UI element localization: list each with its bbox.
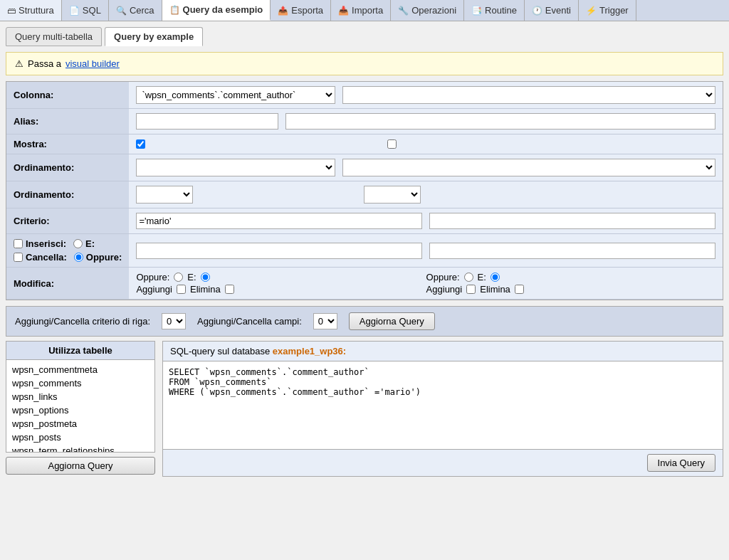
tab-esporta[interactable]: 📤 Esporta [271,0,331,21]
list-item[interactable]: wpsn_options [9,403,152,417]
mostra-checkbox-1[interactable] [136,139,145,149]
criterio-input-1[interactable] [136,213,422,229]
mostra-label: Mostra: [6,134,129,154]
operazioni-icon: 🔧 [398,6,409,16]
oppure-radio-2[interactable] [464,273,473,282]
update-query-button[interactable]: Aggiorna Query [349,312,435,330]
list-item[interactable]: wpsn_comments [9,376,152,390]
e-radio[interactable] [73,239,83,248]
inserisci-checkbox[interactable] [14,239,23,248]
mostra-checkbox-2[interactable] [387,139,397,149]
tab-sql[interactable]: 📄 SQL [62,0,109,21]
routine-icon: 📑 [471,6,482,16]
cerca-icon: 🔍 [116,6,127,16]
sql-textarea[interactable] [163,361,723,447]
top-navigation: 🗃 Struttura 📄 SQL 🔍 Cerca 📋 Query da ese… [0,0,729,21]
ordinamento1-select-2[interactable] [342,159,715,176]
cancella-label: Cancella: [14,252,67,263]
cancella-checkbox[interactable] [14,253,23,262]
alias-input-1[interactable] [136,113,278,130]
ordinamento1-select-1[interactable] [136,159,335,176]
e-radio-2[interactable] [491,273,500,282]
subtab-example[interactable]: Query by example [105,27,203,46]
elimina-check-2[interactable] [515,285,524,294]
mostra-row: Mostra: [6,134,723,154]
list-item[interactable]: wpsn_links [9,390,152,403]
tables-panel-title: Utilizza tabelle [6,341,155,360]
modifica-row: Modifica: Oppure: E: Aggiungi Eli [6,268,723,300]
update-query-tables-button[interactable]: Aggiorna Query [6,457,155,475]
tab-query[interactable]: 📋 Query da esempio [162,0,271,21]
eventi-icon: 🕐 [532,6,542,16]
sql-header-prefix: SQL-query sul database [170,346,270,356]
list-item[interactable]: wpsn_posts [9,430,152,444]
aggiungi-label2: Aggiungi [426,284,463,295]
ins-input-1[interactable] [136,243,422,259]
trigger-icon: ⚡ [586,6,597,16]
tab-struttura[interactable]: 🗃 Struttura [0,0,62,21]
oppure-label: Oppure: [74,252,122,263]
inserisci-label: Inserisci: [14,238,66,249]
query-icon: 📋 [169,5,180,15]
ordinamento2-label: Ordinamento: [6,181,129,208]
row-count-select[interactable]: 0 [162,313,186,329]
ordinamento2-select-1[interactable] [136,186,193,204]
elimina-label2: Elimina [480,284,510,295]
add-cancel-fields-label: Aggiungi/Cancella campi: [197,316,302,327]
ins-del-row: Inserisci: E: Cancella: [6,234,723,268]
sub-tab-bar: Query multi-tabella Query by example [0,21,729,46]
sql-db-name: example1_wp36: [273,346,346,356]
warning-text: Passa a [28,58,61,69]
lower-area: Utilizza tabelle wpsn_commentmeta wpsn_c… [6,341,723,477]
esporta-icon: 📤 [278,6,288,16]
visual-builder-link[interactable]: visual builder [65,58,120,69]
tab-importa[interactable]: 📥 Importa [331,0,391,21]
list-item[interactable]: wpsn_term_relationships [9,444,152,453]
aggiungi-label1: Aggiungi [136,284,172,295]
ordinamento1-label: Ordinamento: [6,154,129,181]
elimina-check-1[interactable] [225,285,234,294]
e-label2: E: [478,272,486,282]
send-query-button[interactable]: Invia Query [647,454,715,472]
criterio-input-2[interactable] [429,213,715,229]
list-item[interactable]: wpsn_commentmeta [9,363,152,376]
alias-input-2[interactable] [285,113,715,130]
criterio-label: Criterio: [6,208,129,234]
table-list-container[interactable]: wpsn_commentmeta wpsn_comments wpsn_link… [6,360,155,453]
ins-del-labels: Inserisci: E: Cancella: [6,234,129,268]
oppure-e-label1: Oppure: [136,272,169,282]
oppure-radio[interactable] [74,253,83,262]
aggiungi-check-2[interactable] [466,285,476,294]
colonna-label: Colonna: [6,82,129,109]
sql-body [162,361,723,450]
add-cancel-row-label: Aggiungi/Cancella criterio di riga: [15,316,150,327]
colonna-select-2[interactable] [342,86,715,104]
criterio-row: Criterio: [6,208,723,234]
sql-icon: 📄 [69,6,80,16]
oppure-e-label2: Oppure: [426,272,460,282]
elimina-label1: Elimina [190,284,221,295]
list-item[interactable]: wpsn_postmeta [9,417,152,430]
tab-cerca[interactable]: 🔍 Cerca [109,0,162,21]
ordinamento1-row: Ordinamento: [6,154,723,181]
fields-count-select[interactable]: 0 [313,313,337,329]
warning-bar: ⚠ Passa a visual builder [6,52,723,75]
tab-operazioni[interactable]: 🔧 Operazioni [391,0,464,21]
tables-panel: Utilizza tabelle wpsn_commentmeta wpsn_c… [6,341,155,477]
subtab-multi[interactable]: Query multi-tabella [6,27,102,46]
ordinamento2-select-2[interactable] [364,186,421,204]
ins-input-2[interactable] [429,243,715,259]
query-form: Colonna: `wpsn_comments`.`comment_author… [6,81,723,300]
sql-footer: Invia Query [162,450,723,477]
tab-routine[interactable]: 📑 Routine [464,0,525,21]
e-label: E: [73,238,95,249]
form-table: Colonna: `wpsn_comments`.`comment_author… [6,82,723,300]
sql-panel: SQL-query sul database example1_wp36: In… [162,341,723,477]
aggiungi-check-1[interactable] [177,285,186,294]
tab-trigger[interactable]: ⚡ Trigger [579,0,636,21]
colonna-select-1[interactable]: `wpsn_comments`.`comment_author` [136,86,335,104]
oppure-radio-1[interactable] [174,273,183,282]
table-list: wpsn_commentmeta wpsn_comments wpsn_link… [6,360,154,453]
tab-eventi[interactable]: 🕐 Eventi [525,0,579,21]
e-radio-1[interactable] [201,273,210,282]
